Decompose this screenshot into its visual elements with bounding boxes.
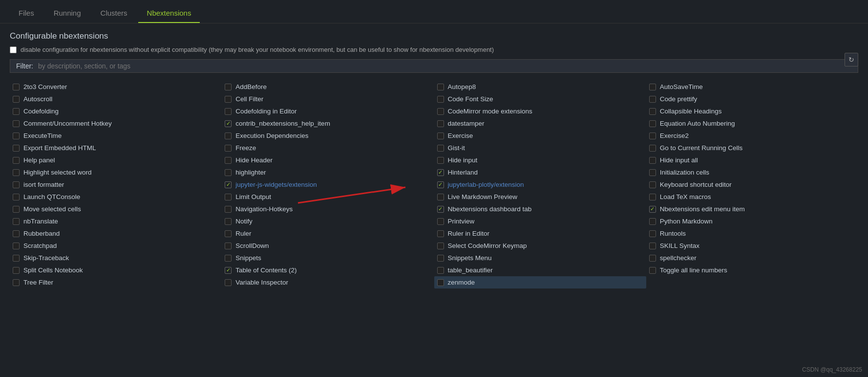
ext-item[interactable]: nbTranslate	[10, 215, 222, 227]
ext-item[interactable]: table_beautifier	[434, 264, 646, 276]
ext-label: table_beautifier	[448, 266, 493, 274]
ext-item[interactable]: Code Font Size	[434, 93, 646, 105]
ext-checkbox	[225, 181, 232, 188]
ext-item[interactable]: Load TeX macros	[646, 191, 858, 203]
ext-checkbox	[437, 133, 444, 139]
ext-item[interactable]: Keyboard shortcut editor	[646, 178, 858, 191]
ext-item[interactable]: Ruler in Editor	[434, 227, 646, 240]
disable-checkbox[interactable]	[10, 46, 17, 53]
ext-item[interactable]: Freeze	[222, 142, 434, 154]
ext-label: Gist-it	[448, 144, 465, 152]
ext-item[interactable]: ExecuteTime	[10, 130, 222, 142]
ext-item[interactable]: Hide Header	[222, 154, 434, 166]
ext-item[interactable]: Snippets	[222, 252, 434, 264]
ext-item[interactable]: datestamper	[434, 117, 646, 130]
ext-item[interactable]: Code prettify	[646, 93, 858, 105]
ext-checkbox	[225, 96, 232, 103]
ext-item[interactable]: Export Embedded HTML	[10, 142, 222, 154]
ext-col-2: Autopep8Code Font SizeCodeMirror mode ex…	[434, 81, 646, 288]
ext-item[interactable]: Split Cells Notebook	[10, 264, 222, 276]
ext-item[interactable]: Python Markdown	[646, 215, 858, 227]
ext-item[interactable]: Autopep8	[434, 81, 646, 93]
ext-item[interactable]: Hide input all	[646, 154, 858, 166]
ext-checkbox	[225, 206, 232, 213]
ext-label: Highlight selected word	[23, 169, 92, 176]
ext-item[interactable]: Codefolding	[10, 105, 222, 117]
ext-label: spellchecker	[660, 254, 697, 262]
ext-item[interactable]: Exercise	[434, 130, 646, 142]
ext-item[interactable]: Codefolding in Editor	[222, 105, 434, 117]
ext-item[interactable]: Hide input	[434, 154, 646, 166]
ext-item[interactable]: Move selected cells	[10, 203, 222, 215]
ext-checkbox	[13, 279, 20, 286]
ext-item[interactable]: Cell Filter	[222, 93, 434, 105]
ext-item[interactable]: AddBefore	[222, 81, 434, 93]
ext-item[interactable]: Launch QTConsole	[10, 191, 222, 203]
ext-item[interactable]: Collapsible Headings	[646, 105, 858, 117]
ext-item[interactable]: ScrollDown	[222, 240, 434, 252]
ext-item[interactable]: Skip-Traceback	[10, 252, 222, 264]
ext-item[interactable]: Snippets Menu	[434, 252, 646, 264]
ext-label: Exercise	[448, 132, 473, 139]
ext-item[interactable]: Gist-it	[434, 142, 646, 154]
ext-checkbox	[13, 96, 20, 103]
ext-checkbox	[13, 84, 20, 90]
ext-item[interactable]: highlighter	[222, 166, 434, 178]
ext-label: Hide Header	[235, 156, 273, 164]
ext-item[interactable]: Printview	[434, 215, 646, 227]
ext-item[interactable]: Help panel	[10, 154, 222, 166]
ext-item[interactable]: Initialization cells	[646, 166, 858, 178]
ext-item[interactable]: Nbextensions dashboard tab	[434, 203, 646, 215]
ext-item[interactable]: Ruler	[222, 227, 434, 240]
ext-item[interactable]: Select CodeMirror Keymap	[434, 240, 646, 252]
ext-checkbox	[649, 267, 656, 274]
ext-item[interactable]: isort formatter	[10, 178, 222, 191]
tab-files[interactable]: Files	[10, 4, 43, 23]
ext-item[interactable]: zenmode	[434, 276, 646, 288]
tab-running[interactable]: Running	[45, 4, 90, 23]
ext-item[interactable]: CodeMirror mode extensions	[434, 105, 646, 117]
ext-item[interactable]: spellchecker	[646, 252, 858, 264]
ext-item[interactable]: Limit Output	[222, 191, 434, 203]
ext-checkbox	[437, 255, 444, 262]
ext-label: Cell Filter	[235, 95, 263, 103]
ext-item[interactable]: Tree Filter	[10, 276, 222, 288]
ext-item[interactable]: Go to Current Running Cells	[646, 142, 858, 154]
ext-item[interactable]: Equation Auto Numbering	[646, 117, 858, 130]
ext-item[interactable]: Nbextensions edit menu item	[646, 203, 858, 215]
tab-clusters[interactable]: Clusters	[92, 4, 136, 23]
ext-label: zenmode	[448, 279, 475, 286]
ext-item[interactable]: Execution Dependencies	[222, 130, 434, 142]
ext-col-0: 2to3 ConverterAutoscrollCodefoldingComme…	[10, 81, 222, 288]
ext-item[interactable]: Exercise2	[646, 130, 858, 142]
ext-item[interactable]: Runtools	[646, 227, 858, 240]
ext-item[interactable]: Table of Contents (2)	[222, 264, 434, 276]
ext-item[interactable]: Rubberband	[10, 227, 222, 240]
ext-item[interactable]: AutoSaveTime	[646, 81, 858, 93]
ext-item[interactable]: Scratchpad	[10, 240, 222, 252]
tab-nbextensions[interactable]: Nbextensions	[138, 4, 200, 23]
ext-item[interactable]: Navigation-Hotkeys	[222, 203, 434, 215]
ext-item[interactable]: Toggle all line numbers	[646, 264, 858, 276]
ext-item[interactable]: jupyter-js-widgets/extension	[222, 178, 434, 191]
ext-checkbox	[225, 133, 232, 139]
ext-item[interactable]: Notify	[222, 215, 434, 227]
filter-input[interactable]	[38, 62, 852, 70]
ext-item[interactable]: jupyterlab-plotly/extension	[434, 178, 646, 191]
ext-checkbox	[437, 218, 444, 225]
refresh-button[interactable]: ↻	[845, 53, 858, 67]
ext-item[interactable]: Comment/Uncomment Hotkey	[10, 117, 222, 130]
ext-item[interactable]: 2to3 Converter	[10, 81, 222, 93]
ext-item[interactable]: Live Markdown Preview	[434, 191, 646, 203]
ext-item[interactable]: SKILL Syntax	[646, 240, 858, 252]
ext-item[interactable]: Highlight selected word	[10, 166, 222, 178]
ext-item[interactable]: contrib_nbextensions_help_item	[222, 117, 434, 130]
ext-item[interactable]: Autoscroll	[10, 93, 222, 105]
ext-label: Live Markdown Preview	[448, 193, 518, 200]
ext-checkbox	[649, 194, 656, 200]
ext-label: Limit Output	[235, 193, 271, 200]
ext-checkbox	[649, 157, 656, 164]
ext-label: Move selected cells	[23, 205, 81, 213]
ext-item[interactable]: Variable Inspector	[222, 276, 434, 288]
ext-item[interactable]: Hinterland	[434, 166, 646, 178]
